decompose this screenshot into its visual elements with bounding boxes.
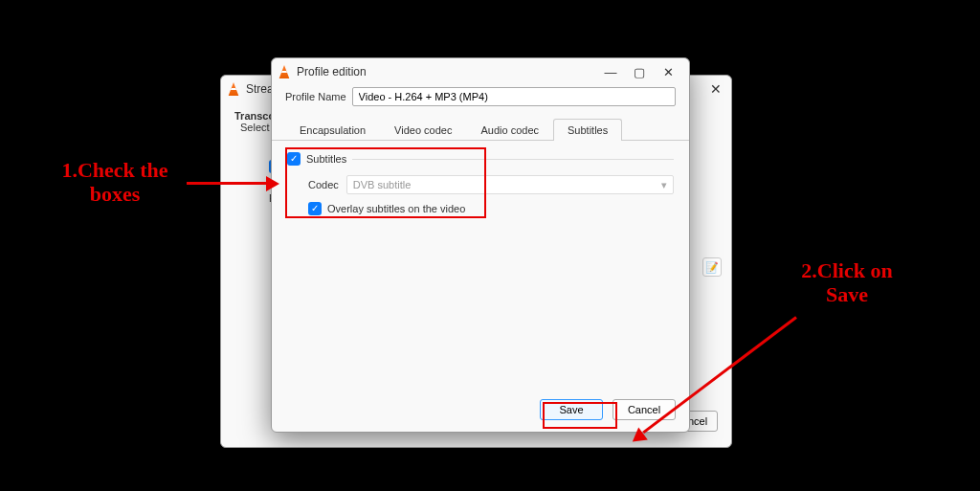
- profile-title: Profile edition: [297, 65, 367, 78]
- tab-audio-codec[interactable]: Audio codec: [466, 119, 553, 141]
- vlc-icon: [227, 82, 240, 96]
- codec-select[interactable]: DVB subtitle ▾: [346, 175, 674, 194]
- tab-video-codec[interactable]: Video codec: [380, 119, 466, 141]
- tab-encapsulation[interactable]: Encapsulation: [285, 119, 380, 141]
- maximize-icon[interactable]: ▢: [632, 65, 647, 79]
- close-icon[interactable]: ✕: [710, 81, 722, 97]
- overlay-checkbox[interactable]: [308, 202, 322, 215]
- subtitles-group-row: Subtitles: [287, 152, 674, 166]
- profile-name-row: Profile Name: [272, 85, 689, 112]
- profile-name-input[interactable]: [352, 87, 676, 106]
- edit-profile-button[interactable]: 📝: [702, 257, 722, 277]
- codec-value: DVB subtitle: [353, 179, 412, 190]
- vlc-icon: [278, 65, 291, 78]
- profile-name-label: Profile Name: [285, 91, 346, 102]
- subtitles-label: Subtitles: [306, 153, 346, 165]
- profile-titlebar: Profile edition — ▢ ✕: [272, 58, 689, 85]
- overlay-label: Overlay subtitles on the video: [327, 203, 465, 214]
- profile-edition-window: Profile edition — ▢ ✕ Profile Name Encap…: [271, 57, 690, 433]
- tab-subtitles[interactable]: Subtitles: [553, 119, 622, 141]
- cancel-button[interactable]: Cancel: [612, 399, 676, 420]
- annotation-text-1: 1.Check the boxes: [43, 158, 187, 207]
- tab-bar: Encapsulation Video codec Audio codec Su…: [272, 112, 689, 141]
- minimize-icon[interactable]: —: [603, 65, 618, 79]
- stream-title: Strea: [246, 82, 274, 96]
- divider: [352, 159, 674, 160]
- dialog-buttons: Save Cancel: [540, 399, 676, 420]
- window-controls: — ▢ ✕: [603, 65, 683, 79]
- overlay-row: Overlay subtitles on the video: [308, 202, 674, 215]
- annotation-text-2: 2.Click on Save: [790, 258, 904, 307]
- chevron-down-icon: ▾: [661, 179, 667, 191]
- save-button[interactable]: Save: [540, 399, 603, 420]
- codec-row: Codec DVB subtitle ▾: [308, 175, 674, 194]
- close-icon[interactable]: ✕: [660, 65, 676, 79]
- subtitles-checkbox[interactable]: [287, 152, 301, 166]
- codec-label: Codec: [308, 179, 339, 190]
- subtitles-panel: Subtitles Codec DVB subtitle ▾ Overlay s…: [272, 141, 689, 227]
